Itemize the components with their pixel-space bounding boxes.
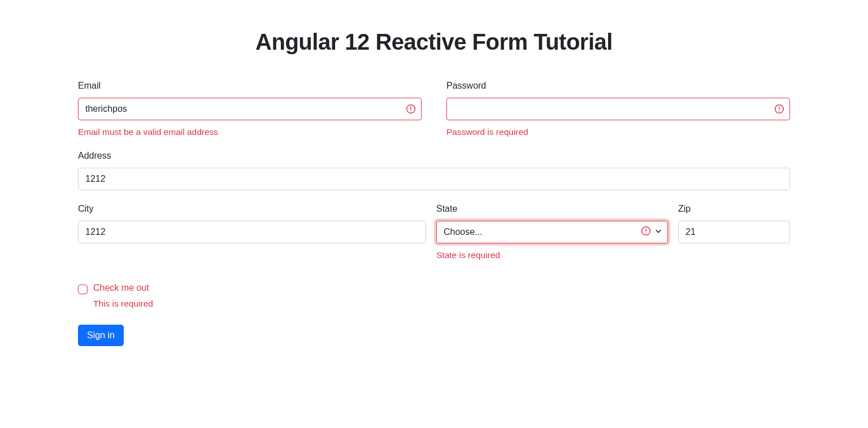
state-error: State is required — [436, 250, 668, 260]
password-error: Password is required — [446, 127, 790, 137]
address-input[interactable] — [78, 168, 790, 190]
email-error: Email must be a valid email address — [78, 127, 422, 137]
address-label: Address — [78, 151, 790, 161]
city-input[interactable] — [78, 221, 426, 243]
email-label: Email — [78, 81, 422, 91]
zip-input[interactable] — [678, 221, 790, 243]
password-input[interactable] — [446, 98, 790, 120]
city-label: City — [78, 204, 426, 214]
sign-in-button[interactable]: Sign in — [78, 325, 124, 346]
state-select[interactable]: Choose... — [436, 221, 668, 243]
zip-label: Zip — [678, 204, 790, 214]
password-label: Password — [446, 81, 790, 91]
state-label: State — [436, 204, 668, 214]
email-input[interactable] — [78, 98, 422, 120]
terms-checkbox-row: Check me out — [78, 283, 790, 294]
terms-label[interactable]: Check me out — [93, 283, 149, 293]
terms-error: This is required — [93, 299, 790, 309]
page-title: Angular 12 Reactive Form Tutorial — [78, 29, 790, 55]
terms-checkbox[interactable] — [78, 285, 88, 294]
